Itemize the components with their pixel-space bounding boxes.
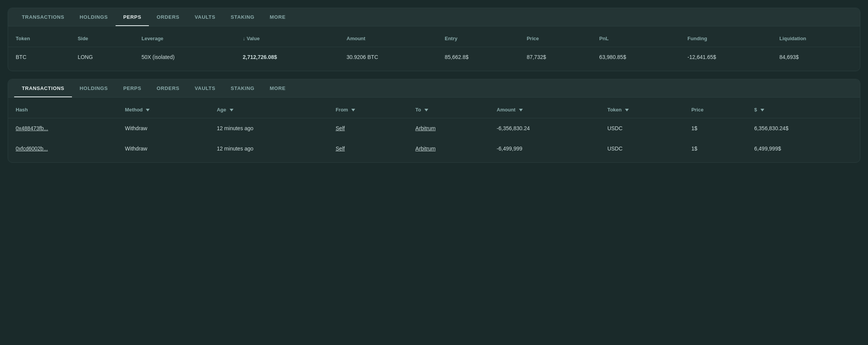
transactions-panel: TRANSACTIONS HOLDINGS PERPS ORDERS VAULT… [8, 79, 860, 163]
tab-more-2[interactable]: MORE [262, 79, 294, 97]
col-hash: Hash [8, 101, 117, 118]
cell-hash-2[interactable]: 0xfcd6002b... [8, 139, 117, 159]
cell-from-1[interactable]: Self [328, 118, 408, 139]
cell-method-2: Withdraw [117, 139, 209, 159]
col-pnl: PnL [592, 30, 680, 47]
col-to[interactable]: To [408, 101, 489, 118]
tab-perps-2[interactable]: PERPS [116, 79, 149, 97]
cell-from-2[interactable]: Self [328, 139, 408, 159]
cell-price: 87,732$ [519, 47, 592, 67]
col-leverage: Leverage [134, 30, 235, 47]
cell-token-1: USDC [600, 118, 684, 139]
tab-holdings-1[interactable]: HOLDINGS [72, 8, 116, 26]
tab-vaults-1[interactable]: VAULTS [187, 8, 223, 26]
cell-funding: -12,641.65$ [680, 47, 772, 67]
dollar-filter-icon [760, 109, 764, 111]
tab-orders-2[interactable]: ORDERS [149, 79, 187, 97]
to-filter-icon [424, 109, 428, 111]
perps-panel: TRANSACTIONS HOLDINGS PERPS ORDERS VAULT… [8, 8, 860, 71]
from-filter-icon [351, 109, 355, 111]
col-value[interactable]: ↓ Value [235, 30, 339, 47]
col-entry: Entry [437, 30, 519, 47]
cell-price-1: 1$ [684, 118, 746, 139]
col-age[interactable]: Age [209, 101, 328, 118]
cell-dollar-1: 6,356,830.24$ [747, 118, 860, 139]
col-liquidation: Liquidation [772, 30, 860, 47]
token-filter-icon [625, 109, 629, 111]
cell-token: BTC [8, 47, 70, 67]
amount-filter-icon [519, 109, 523, 111]
cell-amount-2: -6,499,999 [489, 139, 600, 159]
col-token[interactable]: Token [600, 101, 684, 118]
tab-holdings-2[interactable]: HOLDINGS [72, 79, 116, 97]
cell-age-2: 12 minutes ago [209, 139, 328, 159]
tab-staking-1[interactable]: STAKING [223, 8, 262, 26]
col-from[interactable]: From [328, 101, 408, 118]
cell-entry: 85,662.8$ [437, 47, 519, 67]
col-dollar[interactable]: $ [747, 101, 860, 118]
cell-value: 2,712,726.08$ [235, 47, 339, 67]
tab-perps-1[interactable]: PERPS [116, 8, 149, 26]
perps-table-container: Token Side Leverage ↓ Value Amount Entry… [8, 26, 860, 71]
cell-hash-1[interactable]: 0x488473fb... [8, 118, 117, 139]
cell-side: LONG [70, 47, 134, 67]
tab-orders-1[interactable]: ORDERS [149, 8, 187, 26]
tab-staking-2[interactable]: STAKING [223, 79, 262, 97]
age-filter-icon [230, 109, 233, 111]
col-method[interactable]: Method [117, 101, 209, 118]
perps-tab-bar: TRANSACTIONS HOLDINGS PERPS ORDERS VAULT… [8, 8, 860, 26]
col-price: Price [684, 101, 746, 118]
col-amount: Amount [339, 30, 437, 47]
tab-vaults-2[interactable]: VAULTS [187, 79, 223, 97]
method-filter-icon [146, 109, 150, 111]
table-row: BTC LONG 50X (isolated) 2,712,726.08$ 30… [8, 47, 860, 67]
tab-transactions-1[interactable]: TRANSACTIONS [14, 8, 72, 26]
tab-transactions-2[interactable]: TRANSACTIONS [14, 79, 72, 97]
perps-table: Token Side Leverage ↓ Value Amount Entry… [8, 30, 860, 67]
col-price: Price [519, 30, 592, 47]
col-token: Token [8, 30, 70, 47]
cell-liquidation: 84,693$ [772, 47, 860, 67]
cell-pnl: 63,980.85$ [592, 47, 680, 67]
table-row: 0xfcd6002b... Withdraw 12 minutes ago Se… [8, 139, 860, 159]
col-funding: Funding [680, 30, 772, 47]
transactions-tab-bar: TRANSACTIONS HOLDINGS PERPS ORDERS VAULT… [8, 79, 860, 98]
transactions-table-container: Hash Method Age From To [8, 98, 860, 162]
cell-method-1: Withdraw [117, 118, 209, 139]
cell-price-2: 1$ [684, 139, 746, 159]
cell-amount: 30.9206 BTC [339, 47, 437, 67]
col-side: Side [70, 30, 134, 47]
tab-more-1[interactable]: MORE [262, 8, 294, 26]
cell-leverage: 50X (isolated) [134, 47, 235, 67]
col-amount[interactable]: Amount [489, 101, 600, 118]
cell-amount-1: -6,356,830.24 [489, 118, 600, 139]
cell-dollar-2: 6,499,999$ [747, 139, 860, 159]
table-row: 0x488473fb... Withdraw 12 minutes ago Se… [8, 118, 860, 139]
cell-token-2: USDC [600, 139, 684, 159]
cell-to-2[interactable]: Arbitrum [408, 139, 489, 159]
transactions-table: Hash Method Age From To [8, 101, 860, 159]
cell-to-1[interactable]: Arbitrum [408, 118, 489, 139]
cell-age-1: 12 minutes ago [209, 118, 328, 139]
